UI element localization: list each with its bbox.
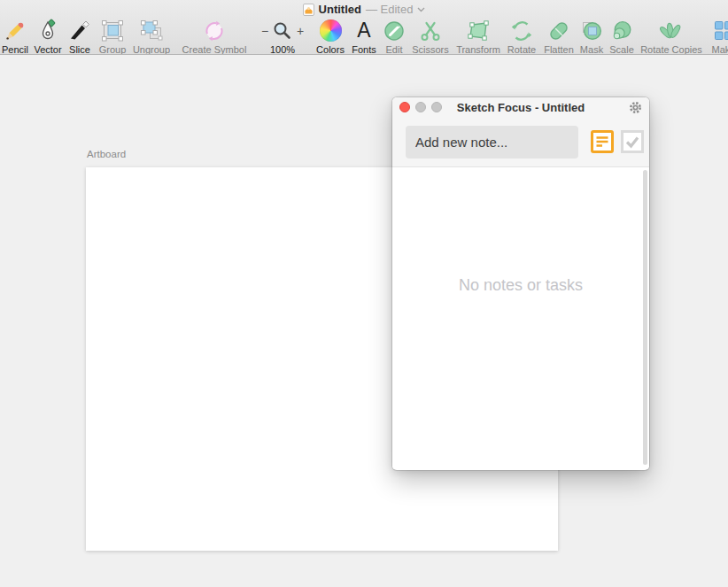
create-symbol-icon [203,18,226,43]
toolbar-rotate-copies[interactable]: Rotate Copies [637,18,706,55]
app-toolbar: Untitled — Edited Pencil Vector Slice Gr… [0,0,728,55]
mask-icon [579,18,604,43]
toolbar-group-label: Group [99,44,127,55]
scissors-icon [418,18,443,43]
zoom-magnifier-icon[interactable] [272,20,293,42]
toolbar-zoom-controls: − + 100% [255,18,310,55]
toolbar-ungroup-label: Ungroup [133,44,170,55]
panel-titlebar[interactable]: Sketch Focus - Untitled [392,97,649,117]
zoom-level-label: 100% [270,44,295,55]
toolbar-create-symbol[interactable]: Create Symbol [174,18,254,55]
zoom-button [431,102,442,112]
toolbar-mask-label: Mask [580,44,603,55]
note-lines-icon [590,129,615,154]
toolbar-flatten-label: Flatten [544,44,574,55]
traffic-lights [399,102,442,112]
toolbar-make-grid-label: Make [712,44,728,55]
fonts-a-icon: A [357,18,370,43]
document-icon [303,4,314,16]
window-edited-status: — Edited [366,3,413,16]
colors-wheel-icon [320,18,342,43]
sketch-focus-panel: Sketch Focus - Untitled No notes or task… [392,97,649,470]
toolbar-slice-label: Slice [69,44,90,55]
edit-icon [383,18,406,43]
settings-button[interactable] [629,101,642,114]
toolbar-colors[interactable]: Colors [311,18,350,55]
toolbar-mask[interactable]: Mask [577,18,607,55]
toolbar-rotate[interactable]: Rotate [502,18,541,55]
toolbar-transform-label: Transform [456,44,500,55]
toolbar-vector[interactable]: Vector [31,18,65,55]
toolbar-fonts-label: Fonts [352,44,376,55]
toolbar-transform[interactable]: Transform [451,18,506,55]
toolbar-edit[interactable]: Edit [379,18,409,55]
toolbar-pencil[interactable]: Pencil [0,18,30,55]
zoom-in-button[interactable]: + [296,24,305,38]
make-grid-icon [713,18,728,43]
toolbar-tools: Pencil Vector Slice Group Ungroup Create… [0,16,728,53]
toolbar-make-grid[interactable]: Make [698,18,728,55]
transform-icon [466,18,491,43]
group-icon [100,18,125,43]
vector-pen-icon [35,18,60,43]
panel-title: Sketch Focus - Untitled [457,101,585,114]
toolbar-rotate-copies-label: Rotate Copies [640,44,702,55]
flatten-icon [546,18,571,43]
slice-knife-icon [67,18,92,43]
artboard-label[interactable]: Artboard [87,149,126,159]
toolbar-scissors-label: Scissors [412,44,449,55]
minimize-button [415,102,426,112]
toolbar-scissors[interactable]: Scissors [408,18,453,55]
toolbar-flatten[interactable]: Flatten [538,18,579,55]
panel-header [392,117,649,167]
close-button[interactable] [399,102,410,112]
rotate-icon [509,18,534,43]
zoom-out-button[interactable]: − [260,24,269,38]
pencil-icon [3,18,27,43]
toolbar-slice[interactable]: Slice [66,18,94,55]
toolbar-fonts[interactable]: A Fonts [346,18,382,55]
toolbar-group[interactable]: Group [95,18,130,55]
panel-scrollbar[interactable] [643,170,647,465]
toolbar-vector-label: Vector [34,44,61,55]
note-input[interactable] [406,126,578,158]
note-mode-button[interactable] [590,129,615,154]
toolbar-ungroup[interactable]: Ungroup [130,18,173,55]
window-titlebar: Untitled — Edited [0,0,728,16]
task-mode-button[interactable] [621,129,644,154]
toolbar-colors-label: Colors [316,44,345,55]
ungroup-icon [138,18,165,43]
chevron-down-icon[interactable] [417,7,425,12]
toolbar-create-symbol-label: Create Symbol [182,44,247,55]
toolbar-pencil-label: Pencil [2,44,28,55]
toolbar-scale-label: Scale [609,44,634,55]
scale-icon [609,18,634,43]
panel-content: No notes or tasks [392,167,649,469]
toolbar-scale[interactable]: Scale [605,18,639,55]
checkmark-icon [621,130,644,153]
empty-state-text: No notes or tasks [392,276,649,295]
window-title: Untitled [319,3,361,16]
rotate-copies-icon [659,18,684,43]
gear-icon [629,101,642,114]
toolbar-rotate-label: Rotate [507,44,536,55]
toolbar-edit-label: Edit [386,44,403,55]
